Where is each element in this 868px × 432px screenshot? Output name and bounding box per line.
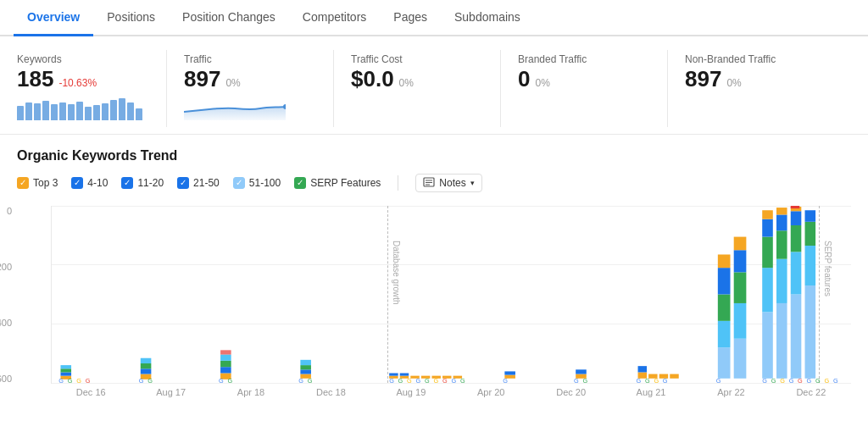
grid-line-0 [52, 383, 851, 384]
svg-rect-17 [220, 350, 231, 354]
bar-group-apr22 [718, 236, 747, 378]
g-icon: G [227, 377, 232, 383]
metric-nonbranded-traffic: Non-Branded Traffic 897 0% [685, 50, 834, 127]
legend-top3-checkbox: ✓ [17, 177, 29, 189]
svg-rect-61 [791, 252, 802, 294]
tab-competitors[interactable]: Competitors [289, 0, 380, 36]
g-icon: G [636, 377, 641, 383]
svg-rect-54 [762, 210, 773, 219]
g-icon: G [583, 377, 588, 383]
g-icon: G [807, 377, 812, 383]
tab-overview[interactable]: Overview [14, 0, 93, 36]
svg-rect-36 [638, 366, 647, 372]
g-icon: G [815, 377, 821, 383]
svg-rect-45 [734, 338, 747, 378]
svg-rect-51 [762, 268, 773, 312]
metric-traffic-label: Traffic [184, 53, 316, 65]
g-icon: G [574, 377, 579, 383]
legend-4-10[interactable]: ✓ 4-10 [71, 177, 108, 189]
svg-rect-52 [762, 236, 773, 268]
svg-rect-12 [141, 357, 152, 363]
legend-51-100-checkbox: ✓ [233, 177, 245, 189]
tab-positions[interactable]: Positions [93, 0, 169, 36]
x-label-aug17: Aug 17 [131, 387, 210, 397]
tab-position-changes[interactable]: Position Changes [169, 0, 289, 36]
g-icon: G [442, 377, 448, 383]
legend-4-10-checkbox: ✓ [71, 177, 83, 189]
notes-label: Notes [439, 177, 465, 189]
g-icon: G [798, 377, 803, 383]
x-labels-row: Dec 16 Aug 17 Apr 18 Dec 18 Aug 19 Apr 2… [51, 384, 851, 397]
g-icon: G [645, 377, 650, 383]
g-icon: G [425, 377, 430, 383]
legend-11-20[interactable]: ✓ 11-20 [121, 177, 164, 189]
g-icon: G [68, 377, 73, 383]
g-icon: G [452, 377, 457, 383]
legend-serp-label: SERP Features [310, 177, 381, 189]
g-icon: G [398, 377, 403, 383]
svg-rect-7 [60, 368, 71, 372]
metric-traffic-cost-change: 0% [399, 77, 414, 89]
metric-branded-traffic: Branded Traffic 0 0% [518, 50, 668, 127]
svg-rect-16 [220, 354, 231, 360]
notes-button[interactable]: Notes ▾ [415, 174, 481, 192]
legend-row: ✓ Top 3 ✓ 4-10 ✓ 11-20 ✓ 21-50 ✓ 51 [17, 174, 851, 192]
g-icon: G [58, 377, 64, 383]
bar-group-dec18 [300, 359, 311, 378]
legend-divider [398, 175, 398, 191]
tab-pages[interactable]: Pages [380, 0, 441, 36]
svg-rect-62 [791, 225, 802, 252]
svg-rect-41 [718, 320, 731, 346]
metric-branded-change: 0% [535, 77, 549, 89]
chart-wrapper: 600 400 200 0 Database growth SERP featu… [17, 206, 851, 397]
svg-rect-21 [300, 359, 311, 364]
keywords-sparkline [17, 97, 149, 120]
g-icon: G [139, 377, 144, 383]
g-icon: G [389, 377, 394, 383]
metrics-row: Keywords 185 -10.63% [0, 36, 868, 135]
metric-keywords: Keywords 185 -10.63% [17, 50, 167, 127]
g-icon: G [298, 377, 303, 383]
svg-rect-11 [141, 363, 152, 368]
notes-icon [423, 177, 435, 189]
tab-subdomains[interactable]: Subdomains [441, 0, 534, 36]
metric-traffic-cost: Traffic Cost $0.0 0% [351, 50, 501, 127]
metric-nonbranded-change: 0% [726, 77, 741, 89]
legend-21-50[interactable]: ✓ 21-50 [177, 177, 220, 189]
svg-rect-58 [776, 214, 787, 230]
svg-rect-10 [141, 368, 152, 374]
svg-rect-34 [576, 369, 587, 374]
legend-51-100[interactable]: ✓ 51-100 [233, 177, 281, 189]
traffic-sparkline [184, 97, 316, 120]
chart-title: Organic Keywords Trend [17, 148, 851, 163]
svg-rect-67 [805, 221, 816, 245]
bar-group-dec22 [762, 206, 815, 379]
g-icon: G [308, 377, 313, 383]
svg-rect-59 [776, 208, 787, 214]
metric-traffic-change: 0% [225, 77, 240, 89]
legend-top3[interactable]: ✓ Top 3 [17, 177, 58, 189]
y-axis: 600 400 200 0 [0, 206, 15, 384]
metric-branded-label: Branded Traffic [518, 53, 650, 65]
svg-rect-14 [220, 367, 231, 373]
svg-rect-20 [300, 365, 311, 369]
legend-4-10-label: 4-10 [87, 177, 108, 189]
legend-21-50-checkbox: ✓ [177, 177, 189, 189]
nav-tabs: Overview Positions Position Changes Comp… [0, 0, 868, 36]
svg-rect-68 [805, 210, 816, 222]
g-icon: G [780, 377, 785, 383]
metric-keywords-value: 185 [17, 67, 53, 91]
y-label-600: 600 [0, 374, 15, 384]
legend-21-50-label: 21-50 [193, 177, 220, 189]
g-icon: G [76, 377, 81, 383]
svg-rect-40 [718, 347, 731, 379]
svg-rect-23 [389, 373, 398, 375]
x-label-dec20: Dec 20 [531, 387, 610, 397]
x-label-apr22: Apr 22 [691, 387, 771, 397]
svg-rect-60 [791, 294, 802, 378]
metric-traffic-value: 897 [184, 67, 220, 91]
legend-51-100-label: 51-100 [249, 177, 281, 189]
svg-rect-65 [805, 285, 816, 379]
legend-serp[interactable]: ✓ SERP Features [294, 177, 381, 189]
g-icon: G [762, 377, 767, 383]
